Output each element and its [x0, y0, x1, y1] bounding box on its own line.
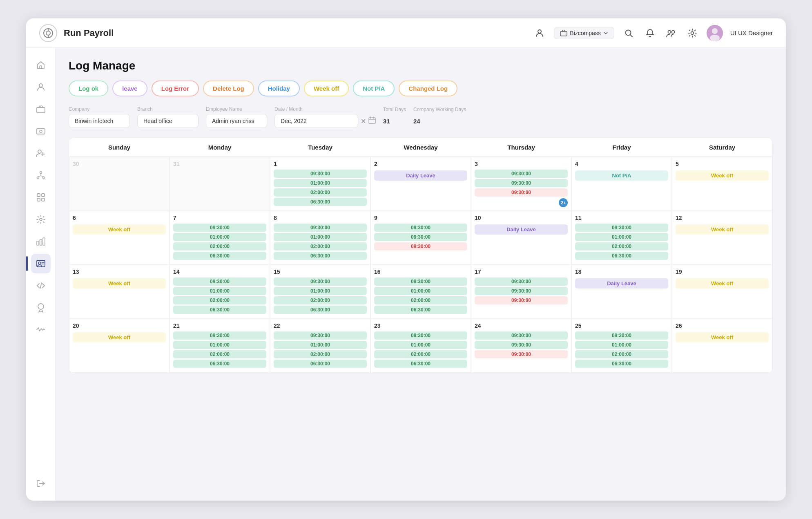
tab-week-off[interactable]: Week off [304, 81, 349, 96]
cal-date: 21 [173, 322, 266, 329]
svg-rect-29 [42, 194, 45, 197]
time-entry: 09:30:00 [374, 233, 467, 241]
more-badge[interactable]: 2+ [559, 198, 568, 207]
table-row: 19 Week off [672, 265, 772, 319]
svg-point-13 [710, 35, 720, 41]
sidebar-item-exit[interactable] [31, 474, 51, 493]
svg-rect-30 [37, 198, 40, 201]
cal-date: 23 [374, 322, 467, 329]
sidebar-item-award[interactable] [31, 298, 51, 318]
time-entry: 09:30:00 [575, 331, 668, 340]
sidebar-item-grid[interactable] [31, 188, 51, 207]
sidebar-item-chart[interactable] [31, 232, 51, 251]
time-entry: 01:00:00 [274, 287, 367, 295]
time-entry: 06:30:00 [575, 360, 668, 368]
time-entry: 09:30:00 [475, 287, 568, 295]
calendar-grid: Sunday Monday Tuesday Wednesday Thursday… [69, 138, 773, 373]
cal-date: 10 [475, 215, 568, 221]
date-input[interactable] [274, 114, 358, 128]
sidebar-item-settings[interactable] [31, 210, 51, 229]
notification-icon[interactable] [643, 26, 657, 40]
sidebar-item-id-card[interactable] [31, 254, 51, 273]
logo[interactable] [39, 24, 57, 42]
table-row: 21 09:30:00 01:00:00 02:00:00 06:30:00 [170, 319, 270, 373]
table-row: 1 09:30:00 01:00:00 02:00:00 06:30:00 [270, 157, 370, 211]
time-entry: 06:30:00 [374, 306, 467, 314]
tab-holiday[interactable]: Holiday [258, 81, 300, 96]
top-bar: Run Payroll Bizcompass [26, 18, 786, 48]
time-entry: 09:30:00 [475, 350, 568, 358]
not-pia-badge: Not P/A [575, 170, 668, 181]
company-selector[interactable]: Bizcompass [554, 27, 614, 39]
tab-log-ok[interactable]: Log ok [69, 81, 108, 96]
table-row: 7 09:30:00 01:00:00 02:00:00 06:30:00 [170, 211, 270, 265]
filter-row: Company Binwin infotech Branch Head offi… [69, 106, 773, 128]
time-entry: 09:30:00 [575, 224, 668, 232]
sidebar-item-home[interactable] [31, 55, 51, 75]
time-entry: 06:30:00 [374, 360, 467, 368]
company-select[interactable]: Binwin infotech [69, 114, 130, 128]
cal-date: 24 [475, 322, 568, 329]
time-entry: 09:30:00 [274, 331, 367, 340]
sidebar-item-money[interactable] [31, 121, 51, 141]
table-row: 11 09:30:00 01:00:00 02:00:00 06:30:00 [571, 211, 672, 265]
settings-icon[interactable] [685, 26, 699, 40]
time-entry: 06:30:00 [575, 252, 668, 260]
tab-not-pia[interactable]: Not P/A [353, 81, 395, 96]
sidebar-item-org[interactable] [31, 166, 51, 185]
time-entry: 09:30:00 [475, 277, 568, 286]
time-entry: 06:30:00 [274, 198, 367, 206]
search-icon[interactable] [622, 26, 636, 40]
cal-date: 15 [274, 268, 367, 275]
tab-changed-log[interactable]: Changed Log [399, 81, 457, 96]
time-entry: 01:00:00 [274, 341, 367, 349]
table-row: 24 09:30:00 09:30:00 09:30:00 [471, 319, 571, 373]
sidebar-item-activity[interactable] [31, 320, 51, 340]
time-entry: 01:00:00 [274, 233, 367, 241]
time-entry: 02:00:00 [575, 242, 668, 251]
time-entry: 01:00:00 [374, 287, 467, 295]
table-row: 10 Daily Leave [471, 211, 571, 265]
time-entry: 06:30:00 [173, 252, 266, 260]
tab-leave[interactable]: leave [112, 81, 147, 96]
company-label: Company [69, 106, 130, 112]
table-row: 16 09:30:00 01:00:00 02:00:00 06:30:00 [370, 265, 471, 319]
cwd-group: Company Working Days 24 [413, 107, 466, 128]
cal-header-thu: Thursday [471, 138, 571, 157]
clear-date-button[interactable]: ✕ [361, 117, 366, 125]
week-off-badge: Week off [73, 332, 166, 342]
team-icon[interactable] [664, 26, 678, 40]
time-entry: 09:30:00 [374, 224, 467, 232]
avatar[interactable] [707, 25, 723, 41]
calendar-icon[interactable] [368, 116, 376, 125]
sidebar-item-code[interactable] [31, 276, 51, 295]
svg-point-8 [668, 30, 671, 33]
table-row: 5 Week off [672, 157, 772, 211]
cwd-value: 24 [413, 114, 466, 128]
employee-select[interactable]: Admin ryan criss [206, 114, 267, 128]
sidebar-item-add-person[interactable] [31, 143, 51, 163]
sidebar [26, 48, 56, 501]
svg-point-10 [691, 31, 694, 34]
table-row: 3 09:30:00 09:30:00 09:30:00 2+ [471, 157, 571, 211]
time-entry: 01:00:00 [374, 341, 467, 349]
cal-date: 1 [274, 161, 367, 167]
time-entry: 09:30:00 [475, 179, 568, 187]
svg-rect-35 [43, 238, 45, 245]
sidebar-item-briefcase[interactable] [31, 99, 51, 119]
svg-rect-33 [37, 241, 39, 245]
user-icon[interactable] [533, 26, 547, 40]
tab-log-error[interactable]: Log Error [152, 81, 199, 96]
sidebar-item-person[interactable] [31, 77, 51, 97]
tab-delete-log[interactable]: Delete Log [203, 81, 254, 96]
time-entry: 02:00:00 [274, 350, 367, 358]
branch-select[interactable]: Head office [137, 114, 199, 128]
table-row: 31 [170, 157, 270, 211]
user-name: UI UX Designer [730, 29, 773, 36]
time-entry: 09:30:00 [475, 331, 568, 340]
week-off-badge: Week off [676, 278, 769, 289]
cal-date: 25 [575, 322, 668, 329]
week-off-badge: Week off [676, 224, 769, 235]
tabs-row: Log ok leave Log Error Delete Log Holida… [69, 81, 773, 96]
daily-leave-badge: Daily Leave [575, 278, 668, 289]
